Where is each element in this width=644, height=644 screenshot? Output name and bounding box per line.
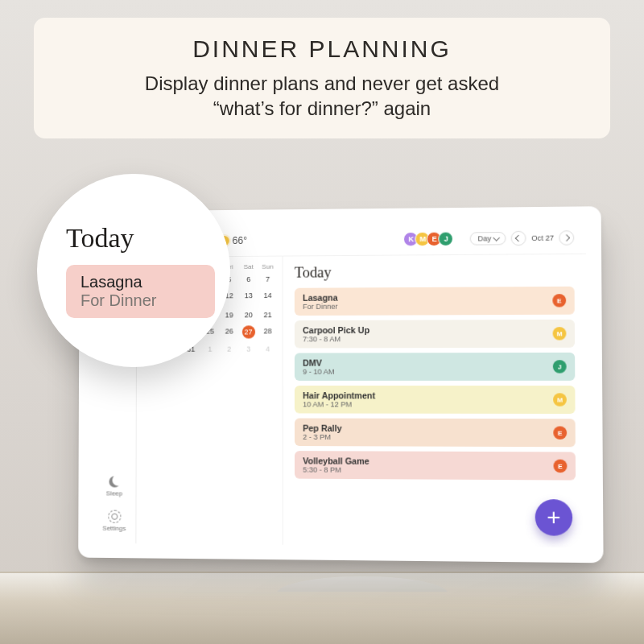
banner-sub-line2: “what’s for dinner?” again bbox=[145, 96, 499, 121]
event-title: Hair Appointment bbox=[303, 390, 553, 400]
callout-heading: Today bbox=[66, 223, 230, 254]
event-title: Carpool Pick Up bbox=[303, 324, 553, 335]
sidebar-item-settings[interactable]: Settings bbox=[102, 510, 126, 532]
agenda-panel: Today LasagnaFor DinnerECarpool Pick Up7… bbox=[283, 254, 588, 548]
view-picker[interactable]: Day bbox=[470, 231, 506, 245]
add-event-button[interactable]: + bbox=[535, 499, 573, 536]
event-owner-badge: E bbox=[552, 294, 566, 307]
next-day-button[interactable] bbox=[559, 230, 574, 246]
moon-icon bbox=[108, 475, 121, 488]
zoom-callout: Today Lasagna For Dinner bbox=[37, 174, 230, 367]
sidebar-item-label: Sleep bbox=[106, 489, 123, 497]
event-owner-badge: E bbox=[553, 426, 567, 440]
event-subtitle: 7:30 - 8 AM bbox=[303, 334, 553, 343]
calendar-day[interactable]: 3 bbox=[239, 344, 258, 355]
calendar-day[interactable]: 13 bbox=[239, 290, 258, 304]
event-owner-badge: E bbox=[553, 460, 567, 473]
current-date[interactable]: Oct 27 bbox=[531, 233, 554, 242]
event-subtitle: 5:30 - 8 PM bbox=[303, 465, 553, 475]
sidebar-item-sleep[interactable]: Sleep bbox=[106, 475, 123, 497]
agenda-event[interactable]: DMV9 - 10 AMJ bbox=[295, 353, 575, 381]
view-controls: Day Oct 27 bbox=[470, 230, 574, 246]
family-avatars[interactable]: KMEJ bbox=[407, 231, 454, 246]
agenda-heading: Today bbox=[295, 262, 575, 282]
callout-event-chip: Lasagna For Dinner bbox=[66, 265, 215, 318]
banner-sub-line1: Display dinner plans and never get asked bbox=[145, 72, 499, 94]
calendar-day[interactable]: 7 bbox=[258, 274, 278, 285]
calendar-day[interactable]: 20 bbox=[239, 309, 258, 320]
agenda-event[interactable]: Hair Appointment10 AM - 12 PMM bbox=[295, 386, 576, 414]
calendar-day[interactable]: 6 bbox=[239, 274, 258, 285]
dow-label: Sun bbox=[258, 263, 278, 270]
event-subtitle: 2 - 3 PM bbox=[303, 433, 553, 442]
event-owner-badge: M bbox=[553, 327, 567, 340]
calendar-day[interactable]: 26 bbox=[220, 325, 239, 338]
event-owner-badge: J bbox=[553, 360, 567, 373]
calendar-day-today[interactable]: 27 bbox=[242, 325, 254, 338]
calendar-day[interactable]: 1 bbox=[200, 344, 220, 355]
plus-icon: + bbox=[547, 504, 560, 530]
chevron-left-icon bbox=[515, 234, 522, 242]
calendar-day[interactable]: 2 bbox=[220, 344, 239, 355]
event-title: DMV bbox=[303, 357, 553, 368]
sidebar-item-label: Settings bbox=[102, 525, 126, 532]
dow-label: Sat bbox=[239, 263, 258, 270]
prev-day-button[interactable] bbox=[511, 230, 526, 246]
chevron-down-icon bbox=[493, 234, 501, 242]
view-label: Day bbox=[478, 234, 492, 242]
callout-event-title: Lasagna bbox=[80, 273, 200, 291]
event-subtitle: For Dinner bbox=[303, 301, 552, 311]
event-owner-badge: M bbox=[553, 393, 567, 406]
calendar-day[interactable]: 14 bbox=[258, 290, 278, 304]
banner-title: DINNER PLANNING bbox=[192, 35, 452, 63]
event-subtitle: 9 - 10 AM bbox=[303, 367, 553, 375]
calendar-day[interactable]: 28 bbox=[258, 325, 278, 338]
avatar[interactable]: J bbox=[439, 231, 454, 246]
agenda-event[interactable]: Carpool Pick Up7:30 - 8 AMM bbox=[295, 320, 575, 349]
banner-subtitle: Display dinner plans and never get asked… bbox=[145, 71, 499, 121]
event-title: Pep Rally bbox=[303, 423, 553, 434]
gear-icon bbox=[108, 510, 121, 523]
agenda-event[interactable]: Pep Rally2 - 3 PME bbox=[295, 419, 576, 448]
callout-event-sub: For Dinner bbox=[80, 291, 200, 310]
calendar-day[interactable]: 21 bbox=[258, 309, 278, 320]
temperature: 66° bbox=[233, 234, 247, 246]
calendar-day[interactable]: 4 bbox=[258, 343, 278, 354]
event-subtitle: 10 AM - 12 PM bbox=[303, 400, 553, 409]
chevron-right-icon bbox=[563, 234, 570, 242]
marketing-banner: DINNER PLANNING Display dinner plans and… bbox=[34, 18, 610, 138]
calendar-day[interactable]: 19 bbox=[220, 309, 239, 320]
agenda-event[interactable]: Volleyball Game5:30 - 8 PME bbox=[295, 451, 576, 480]
event-list: LasagnaFor DinnerECarpool Pick Up7:30 - … bbox=[295, 287, 576, 481]
agenda-event[interactable]: LasagnaFor DinnerE bbox=[295, 287, 575, 316]
